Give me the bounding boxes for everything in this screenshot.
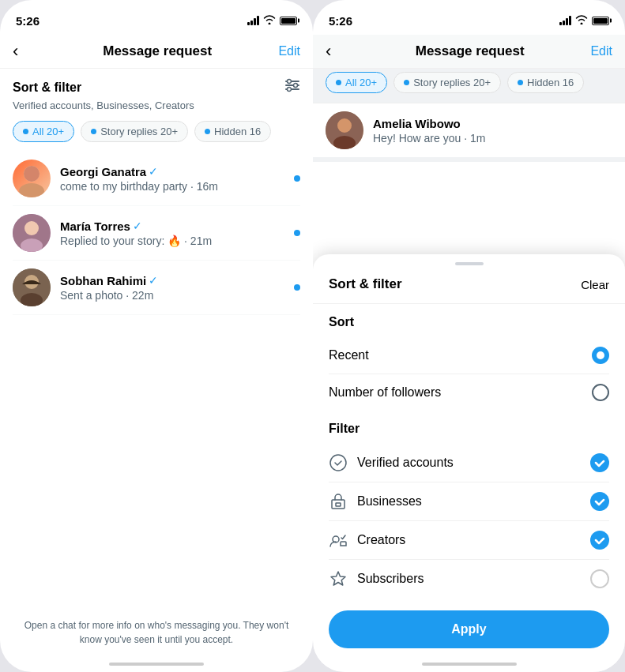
svg-point-5 [288, 88, 292, 92]
chip-hidden-right[interactable]: Hidden 16 [507, 72, 584, 93]
sort-filter-info: Sort & filter [13, 81, 81, 95]
sort-followers-radio[interactable] [592, 384, 609, 401]
message-item-maria[interactable]: María Torres ✓ Replied to your story: 🔥 … [13, 206, 300, 261]
svg-point-18 [330, 455, 346, 471]
verified-accounts-icon [329, 453, 348, 472]
sheet-header: Sort & filter Clear [313, 276, 625, 304]
filter-subscribers-check[interactable] [590, 569, 609, 588]
msg-name-row-sobhan: Sobhan Rahimi ✓ [60, 274, 288, 287]
msg-content-sobhan: Sobhan Rahimi ✓ Sent a photo · 22m [60, 274, 288, 302]
svg-rect-20 [336, 503, 341, 506]
signal-icon-right [559, 16, 571, 25]
time-left: 5:26 [16, 14, 40, 28]
filter-creators-row[interactable]: Creators [313, 521, 625, 559]
chip-dot-hidden [205, 129, 210, 134]
chip-all[interactable]: All 20+ [13, 121, 74, 142]
status-bar-left: 5:26 [0, 0, 313, 35]
filter-subscribers-label: Subscribers [357, 572, 424, 586]
chip-hidden-label: Hidden 16 [214, 126, 261, 137]
home-indicator-left [109, 663, 204, 666]
chip-hidden[interactable]: Hidden 16 [194, 121, 271, 142]
msg-content-georgi: Georgi Ganatra ✓ come to my birthday par… [60, 165, 288, 193]
svg-point-8 [24, 166, 40, 182]
bottom-hint: Open a chat for more info on who's messa… [0, 618, 313, 647]
filter-businesses-label: Businesses [357, 494, 422, 509]
wifi-icon-right [575, 15, 588, 27]
sort-section-label: Sort [313, 304, 625, 337]
chip-all-right[interactable]: All 20+ [326, 72, 387, 93]
chip-dot-hidden-right [518, 80, 523, 85]
message-item-georgi[interactable]: Georgi Ganatra ✓ come to my birthday par… [13, 152, 300, 206]
time-right: 5:26 [329, 14, 352, 28]
nav-bar-right: ‹ Message request Edit [313, 35, 625, 69]
creators-icon [329, 531, 348, 550]
preview-name: Amelia Wibowo [373, 117, 485, 130]
filter-verified-row[interactable]: Verified accounts [313, 444, 625, 482]
spacer [313, 157, 625, 162]
sort-filter-subtitle: Verified accounts, Businesses, Creators [0, 99, 313, 118]
nav-bar-left: ‹ Message request Edit [0, 35, 313, 69]
filter-businesses-row[interactable]: Businesses [313, 482, 625, 520]
battery-icon-right [592, 17, 609, 25]
filter-subscribers-row[interactable]: Subscribers [313, 560, 625, 598]
msg-name-maria: María Torres [60, 220, 130, 233]
filter-businesses-left: Businesses [329, 492, 422, 511]
left-phone: 5:26 ‹ Message request Edit Sort & f [0, 0, 313, 672]
sort-followers-row[interactable]: Number of followers [313, 374, 625, 411]
message-list-left: Georgi Ganatra ✓ come to my birthday par… [0, 152, 313, 315]
filter-verified-left: Verified accounts [329, 453, 454, 472]
svg-point-3 [288, 80, 292, 84]
svg-point-4 [294, 84, 298, 88]
avatar-georgi [13, 160, 51, 197]
radio-inner-recent [597, 351, 604, 359]
svg-point-10 [24, 221, 39, 235]
chip-all-label: All 20+ [32, 126, 64, 137]
sort-followers-label: Number of followers [329, 385, 441, 400]
chip-all-label-right: All 20+ [345, 77, 377, 88]
apply-button[interactable]: Apply [329, 610, 609, 648]
status-icons-left [247, 15, 297, 27]
edit-button-left[interactable]: Edit [278, 44, 300, 58]
edit-button-right[interactable]: Edit [590, 44, 612, 58]
message-item-sobhan[interactable]: Sobhan Rahimi ✓ Sent a photo · 22m [13, 261, 300, 315]
msg-name-row-maria: María Torres ✓ [60, 220, 288, 233]
unread-dot-georgi [294, 175, 300, 182]
chip-story-replies[interactable]: Story replies 20+ [81, 121, 188, 142]
chips-row-right: All 20+ Story replies 20+ Hidden 16 [313, 69, 625, 103]
businesses-icon [329, 492, 348, 511]
filter-creators-check[interactable] [590, 531, 609, 550]
chip-hidden-label-right: Hidden 16 [527, 77, 574, 88]
filter-creators-left: Creators [329, 531, 405, 550]
filter-section-label: Filter [313, 411, 625, 444]
avatar-sobhan [13, 268, 51, 306]
chip-dot-story [91, 129, 96, 134]
sort-filter-header: Sort & filter [0, 69, 313, 99]
chip-story-label: Story replies 20+ [100, 126, 178, 137]
filter-businesses-check[interactable] [590, 492, 609, 511]
filter-settings-icon[interactable] [284, 78, 300, 96]
back-button-left[interactable]: ‹ [13, 41, 36, 62]
filter-verified-check[interactable] [590, 453, 609, 472]
filter-creators-label: Creators [357, 533, 405, 547]
subscribers-icon [329, 569, 348, 588]
msg-preview-sobhan: Sent a photo · 22m [60, 289, 288, 302]
unread-dot-sobhan [294, 284, 300, 291]
back-button-right[interactable]: ‹ [326, 41, 349, 62]
clear-button[interactable]: Clear [581, 278, 609, 291]
chip-story-replies-right[interactable]: Story replies 20+ [393, 72, 501, 93]
msg-preview-georgi: come to my birthday party · 16m [60, 180, 288, 193]
svg-point-7 [19, 183, 44, 197]
preview-message[interactable]: Amelia Wibowo Hey! How are you · 1m [313, 103, 625, 157]
verified-icon-sobhan: ✓ [149, 274, 158, 287]
msg-name-sobhan: Sobhan Rahimi [60, 274, 146, 287]
verified-icon-georgi: ✓ [149, 165, 158, 178]
sort-recent-radio[interactable] [592, 347, 609, 364]
filter-subscribers-left: Subscribers [329, 569, 424, 588]
sort-filter-title: Sort & filter [13, 81, 81, 95]
preview-text: Hey! How are you · 1m [373, 132, 485, 145]
sort-recent-row[interactable]: Recent [313, 337, 625, 374]
avatar-maria [13, 214, 51, 252]
msg-name-georgi: Georgi Ganatra [60, 165, 146, 178]
svg-point-16 [337, 118, 352, 133]
avatar-amelia [326, 111, 363, 149]
